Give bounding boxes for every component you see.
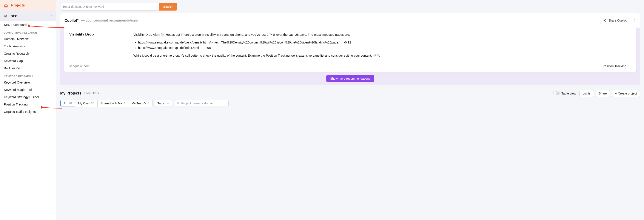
search-input[interactable]: [60, 3, 160, 11]
share-icon: [603, 19, 606, 22]
copilot-subtitle: — your personal recommendations: [81, 18, 138, 23]
table-view-toggle[interactable]: [553, 92, 560, 95]
copilot-panel: CopilotAI — your personal recommendation…: [60, 13, 640, 85]
target-icon: [4, 14, 8, 18]
sidebar-item-organic-research[interactable]: Organic Research: [0, 50, 56, 57]
sidebar-projects-header[interactable]: Projects: [0, 0, 56, 11]
sidebar-section-seo[interactable]: SEO: [0, 11, 56, 21]
home-icon: [4, 3, 8, 8]
sidebar-item-keyword-overview[interactable]: Keyword Overview: [0, 79, 56, 86]
share-button[interactable]: Share: [596, 90, 610, 97]
plus-icon: +: [615, 92, 617, 95]
position-tracking-link[interactable]: Position Tracking →: [603, 64, 631, 68]
tab-all[interactable]: All 70: [60, 100, 75, 107]
sidebar-item-traffic-analytics[interactable]: Traffic Analytics: [0, 43, 56, 50]
copilot-title: CopilotAI: [64, 18, 79, 23]
sidebar-item-keyword-magic[interactable]: Keyword Magic Tool: [0, 86, 56, 93]
tab-team[interactable]: My Team's 0: [128, 100, 152, 107]
tags-dropdown[interactable]: Tags: [155, 100, 172, 107]
project-search-wrap: [174, 100, 229, 107]
chevron-down-icon: [49, 15, 52, 18]
copilot-card-title: Visibility Drop: [69, 32, 127, 37]
tab-shared[interactable]: Shared with Me 4: [98, 100, 129, 107]
search-button[interactable]: Search: [160, 3, 177, 11]
my-projects-title: My Projects: [60, 91, 81, 96]
hide-filters-link[interactable]: Hide filters: [84, 92, 99, 95]
svg-point-3: [604, 20, 605, 21]
sidebar-item-backlink-gap[interactable]: Backlink Gap: [0, 65, 56, 72]
sidebar-group-keyword: KEYWORD RESEARCH: [0, 72, 56, 79]
projects-label: Projects: [11, 4, 25, 7]
copilot-bullet: https://www.seoquake.com/guide/index.htm…: [138, 45, 631, 50]
svg-point-2: [606, 19, 606, 20]
tab-my-own[interactable]: My Own 66: [75, 100, 98, 107]
sidebar-item-organic-traffic[interactable]: Organic Traffic Insights: [0, 108, 56, 115]
project-search-input[interactable]: [181, 102, 226, 105]
limits-button[interactable]: Limits: [580, 90, 594, 97]
sidebar-item-keyword-gap[interactable]: Keyword Gap: [0, 57, 56, 65]
chevron-down-icon: [167, 102, 169, 105]
close-icon[interactable]: [633, 19, 636, 22]
share-copilot-button[interactable]: Share Copilot: [600, 17, 630, 24]
copilot-card: Visibility Drop Visibility Drop Alert! 📉…: [64, 28, 636, 72]
sidebar-item-seo-dashboard[interactable]: SEO Dashboard: [0, 21, 56, 29]
svg-point-4: [606, 21, 606, 22]
sidebar-group-competitive: COMPETITIVE RESEARCH: [0, 29, 56, 35]
copilot-bullet: https://www.seoquake.com/guide/basic/den…: [138, 40, 631, 45]
sidebar-item-keyword-strategy[interactable]: Keyword Strategy Builder: [0, 93, 56, 101]
copilot-domain: seoquake.com: [69, 64, 90, 68]
svg-point-5: [177, 102, 179, 104]
svg-point-1: [5, 16, 6, 17]
sidebar-item-position-tracking[interactable]: Position Tracking: [0, 101, 56, 108]
create-project-button[interactable]: + Create project: [612, 90, 640, 97]
search-icon: [176, 102, 180, 105]
copilot-para-1: Visibility Drop Alert! 📉 Heads up! There…: [133, 32, 631, 37]
table-view-label: Table view: [562, 92, 576, 95]
sidebar-item-domain-overview[interactable]: Domain Overview: [0, 35, 56, 43]
seo-label: SEO: [11, 14, 49, 18]
arrow-right-icon: →: [628, 64, 631, 68]
copilot-para-2: While it could be a one-time drop, it's …: [133, 53, 631, 58]
show-more-button[interactable]: Show more recommendations: [326, 75, 374, 82]
projects-filter-tabs: All 70 My Own 66 Shared with Me 4 My Tea…: [60, 100, 152, 107]
